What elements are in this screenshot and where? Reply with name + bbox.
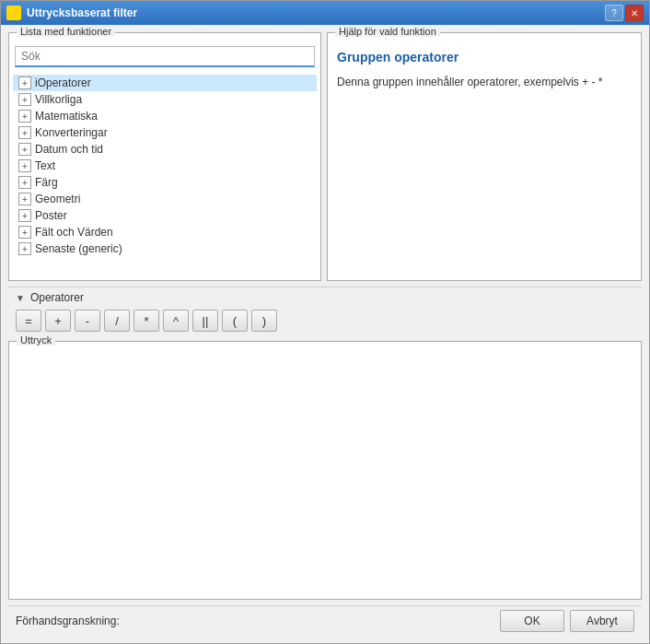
expression-section: Uttryck	[8, 341, 642, 600]
expression-wrapper: Uttryck	[8, 341, 642, 600]
window-title: Uttrycksbaserat filter	[27, 6, 137, 19]
bottom-bar: Förhandsgranskning: OK Avbryt	[8, 605, 642, 636]
tree-item-geometri[interactable]: +Geometri	[13, 191, 317, 207]
tree-item-konverteringar[interactable]: +Konverteringar	[13, 124, 317, 141]
cancel-button[interactable]: Avbryt	[570, 610, 634, 632]
close-button[interactable]: ✕	[625, 5, 644, 21]
tree-item-text[interactable]: +Text	[13, 158, 317, 174]
tree-item-senaste[interactable]: +Senaste (generic)	[13, 240, 317, 257]
expand-icon[interactable]: +	[18, 193, 31, 205]
tree-item-label: Villkorliga	[35, 93, 82, 106]
tree-item-label: Senaste (generic)	[35, 242, 122, 255]
operator-btn-minus[interactable]: -	[75, 310, 100, 332]
operator-btn-eq[interactable]: =	[16, 310, 41, 332]
tree-item-poster[interactable]: +Poster	[13, 207, 317, 224]
tree-item-datum[interactable]: +Datum och tid	[13, 141, 317, 158]
title-bar: ⚡ Uttrycksbaserat filter ? ✕	[1, 1, 649, 25]
expand-icon[interactable]: +	[18, 209, 31, 222]
operator-btn-plus[interactable]: +	[45, 310, 71, 332]
tree-item-label: Text	[35, 159, 55, 172]
expand-icon[interactable]: +	[18, 110, 31, 123]
ok-button[interactable]: OK	[500, 610, 564, 632]
help-panel: Hjälp för vald funktion Gruppen operator…	[327, 32, 642, 281]
tree-item-villkorliga[interactable]: +Villkorliga	[13, 91, 317, 108]
tree-item-matematiska[interactable]: +Matematiska	[13, 108, 317, 124]
tree-item-falt[interactable]: +Fält och Värden	[13, 224, 317, 240]
tree-item-label: Datum och tid	[35, 143, 103, 156]
expression-label: Uttryck	[17, 334, 55, 345]
operator-btn-lparen[interactable]: (	[222, 310, 248, 332]
expand-icon[interactable]: +	[18, 93, 31, 106]
expand-icon[interactable]: +	[18, 143, 31, 156]
title-buttons: ? ✕	[605, 5, 644, 21]
tree-item-operatorer[interactable]: +iOperatorer	[13, 75, 317, 91]
tree-item-label: Matematiska	[35, 110, 98, 123]
tree-item-farg[interactable]: +Färg	[13, 174, 317, 191]
expand-icon[interactable]: +	[18, 242, 31, 255]
operator-btn-rparen[interactable]: )	[251, 310, 277, 332]
collapse-arrow-icon[interactable]: ▼	[16, 293, 25, 303]
functions-panel-label: Lista med funktioner	[17, 26, 115, 37]
tree-item-label: Konverteringar	[35, 126, 108, 139]
operators-section: ▼ Operatorer =+-/*^||()	[8, 287, 642, 335]
content-area: Lista med funktioner +iOperatorer+Villko…	[1, 25, 649, 643]
tree-item-label: iOperatorer	[35, 76, 91, 89]
operator-btn-mul[interactable]: *	[133, 310, 159, 332]
top-panels: Lista med funktioner +iOperatorer+Villko…	[8, 32, 642, 281]
main-window: ⚡ Uttrycksbaserat filter ? ✕ Lista med f…	[0, 0, 650, 644]
expand-icon[interactable]: +	[18, 176, 31, 189]
expand-icon[interactable]: +	[18, 126, 31, 139]
tree-list[interactable]: +iOperatorer+Villkorliga+Matematiska+Kon…	[13, 71, 317, 280]
functions-panel: Lista med funktioner +iOperatorer+Villko…	[8, 32, 321, 281]
help-button[interactable]: ?	[605, 5, 623, 21]
expression-textarea[interactable]	[9, 342, 641, 599]
title-bar-left: ⚡ Uttrycksbaserat filter	[6, 6, 137, 20]
help-title: Gruppen operatorer	[328, 42, 641, 70]
help-panel-label: Hjälp för vald funktion	[335, 26, 440, 37]
tree-item-label: Fält och Värden	[35, 226, 113, 239]
operator-btn-div[interactable]: /	[104, 310, 130, 332]
expand-icon[interactable]: +	[18, 226, 31, 239]
operator-btn-pipe[interactable]: ||	[192, 310, 218, 332]
search-input[interactable]	[15, 46, 315, 67]
operator-btn-pow[interactable]: ^	[163, 310, 189, 332]
action-buttons: OK Avbryt	[500, 610, 634, 632]
help-text: Denna gruppen innehåller operatorer, exe…	[328, 70, 641, 94]
operators-header: ▼ Operatorer	[16, 291, 634, 304]
tree-item-label: Geometri	[35, 193, 80, 205]
expand-icon[interactable]: +	[18, 159, 31, 172]
operators-buttons: =+-/*^||()	[16, 310, 634, 332]
expand-icon[interactable]: +	[18, 76, 31, 89]
tree-item-label: Poster	[35, 209, 67, 222]
preview-label: Förhandsgranskning:	[16, 615, 120, 627]
tree-item-label: Färg	[35, 176, 58, 189]
operators-label: Operatorer	[30, 291, 84, 304]
window-icon: ⚡	[6, 6, 21, 20]
